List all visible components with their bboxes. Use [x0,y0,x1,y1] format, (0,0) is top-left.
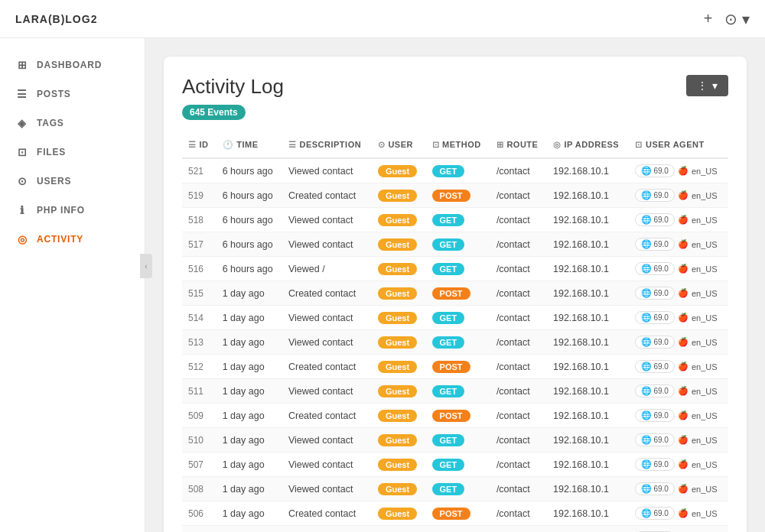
php-info-icon: ℹ [15,203,29,217]
sidebar-item-tags[interactable]: ◈ Tags [0,109,145,138]
cell-id: 512 [182,355,216,379]
user-badge: Guest [378,508,417,520]
cell-description: Created contact [282,404,372,428]
sidebar-label-files: Files [37,147,66,157]
ua-lang: en_US [692,167,718,176]
cell-description: Viewed contact [282,306,372,330]
cell-description: Viewed contact [282,477,372,501]
table-row[interactable]: 514 1 day ago Viewed contact Guest GET /… [182,306,728,330]
sidebar-collapse-button[interactable]: ‹ [140,254,152,278]
cell-route: /contact [490,453,547,477]
cell-description: Viewed contact [282,453,372,477]
cell-ua: 🌐 69.0 🍎 en_US [629,526,728,533]
apple-icon: 🍎 [678,313,688,323]
cell-time: 1 day ago [216,526,282,533]
globe-icon: 🌐 [641,190,652,200]
cell-ua: 🌐 69.0 🍎 en_US [629,208,728,232]
header-left: Activity Log 645 Events [182,75,284,120]
table-row[interactable]: 509 1 day ago Created contact Guest POST… [182,404,728,428]
method-badge: GET [432,483,465,495]
method-badge: GET [432,434,465,446]
sidebar-item-dashboard[interactable]: ⊞ Dashboard [0,50,145,79]
method-badge: GET [432,459,465,471]
apple-icon: 🍎 [678,288,688,298]
ua-version-badge: 🌐 69.0 [635,482,674,495]
ua-lang: en_US [692,436,718,445]
ua-version-badge: 🌐 69.0 [635,164,674,177]
cell-method: GET [426,477,490,501]
sidebar: ⊞ Dashboard ☰ Posts ◈ Tags ⊡ Files ⊙ Use… [0,38,145,532]
table-row[interactable]: 511 1 day ago Viewed contact Guest GET /… [182,379,728,404]
user-menu-button[interactable]: ⊙ ▾ [724,10,750,28]
cell-method: GET [426,158,490,183]
cell-user: Guest [372,232,426,257]
activity-table-wrap: ☰ID 🕐TIME ☰DESCRIPTION ⊙USER ⊡METHOD ⊞RO… [182,132,728,532]
sidebar-item-posts[interactable]: ☰ Posts [0,79,145,109]
sidebar-label-dashboard: Dashboard [37,60,102,70]
cell-user: Guest [372,330,426,355]
globe-icon: 🌐 [641,239,652,249]
cell-id: 506 [182,501,216,526]
ua-version-badge: 🌐 69.0 [635,238,674,251]
ua-version-badge: 🌐 69.0 [635,507,674,520]
method-badge: POST [432,410,470,422]
users-icon: ⊙ [15,174,29,188]
cell-time: 1 day ago [216,306,282,330]
method-badge: POST [432,508,470,520]
table-row[interactable]: 517 6 hours ago Viewed contact Guest GET… [182,232,728,257]
cell-time: 1 day ago [216,453,282,477]
table-row[interactable]: 508 1 day ago Viewed contact Guest GET /… [182,477,728,501]
add-button[interactable]: + [704,10,713,28]
cell-method: POST [426,404,490,428]
sidebar-item-files[interactable]: ⊡ Files [0,138,145,167]
user-badge: Guest [378,483,417,495]
cell-route: /contact [490,330,547,355]
ua-version-badge: 🌐 69.0 [635,409,674,422]
apple-icon: 🍎 [678,215,688,225]
sidebar-item-php-info[interactable]: ℹ PHP Info [0,196,145,225]
ua-version-badge: 🌐 69.0 [635,384,674,397]
apple-icon: 🍎 [678,190,688,200]
cell-time: 6 hours ago [216,232,282,257]
cell-id: 519 [182,183,216,208]
cell-method: POST [426,501,490,526]
ua-version-badge: 🌐 69.0 [635,458,674,471]
cell-time: 1 day ago [216,477,282,501]
table-row[interactable]: 518 6 hours ago Viewed contact Guest GET… [182,208,728,232]
table-row[interactable]: 504 1 day ago Viewed contact Guest GET /… [182,526,728,533]
cell-route: /contact [490,428,547,453]
globe-icon: 🌐 [641,459,652,469]
ua-version-badge: 🌐 69.0 [635,287,674,300]
col-ip: ◎IP ADDRESS [547,132,629,158]
cell-route: /contact [490,306,547,330]
table-row[interactable]: 516 6 hours ago Viewed / Guest GET /cont… [182,257,728,281]
table-row[interactable]: 515 1 day ago Created contact Guest POST… [182,281,728,306]
cell-ua: 🌐 69.0 🍎 en_US [629,232,728,257]
sidebar-item-activity[interactable]: ◎ Activity [0,225,145,254]
ua-lang: en_US [692,313,718,323]
table-row[interactable]: 506 1 day ago Created contact Guest POST… [182,501,728,526]
card-header: Activity Log 645 Events ⋮ ▾ [182,75,728,120]
table-row[interactable]: 512 1 day ago Created contact Guest POST… [182,355,728,379]
cell-ip: 192.168.10.1 [547,208,629,232]
user-badge: Guest [378,214,417,226]
sidebar-item-users[interactable]: ⊙ Users [0,167,145,196]
cell-user: Guest [372,526,426,533]
cell-time: 1 day ago [216,281,282,306]
method-badge: POST [432,361,470,373]
table-row[interactable]: 507 1 day ago Viewed contact Guest GET /… [182,453,728,477]
table-row[interactable]: 519 6 hours ago Created contact Guest PO… [182,183,728,208]
table-row[interactable]: 521 6 hours ago Viewed contact Guest GET… [182,158,728,183]
cell-ua: 🌐 69.0 🍎 en_US [629,501,728,526]
cell-time: 6 hours ago [216,257,282,281]
cell-ip: 192.168.10.1 [547,257,629,281]
table-row[interactable]: 513 1 day ago Viewed contact Guest GET /… [182,330,728,355]
cell-description: Created contact [282,281,372,306]
actions-button[interactable]: ⋮ ▾ [686,75,728,96]
page-title: Activity Log [182,75,284,99]
table-row[interactable]: 510 1 day ago Viewed contact Guest GET /… [182,428,728,453]
ua-version-badge: 🌐 69.0 [635,213,674,226]
col-time: 🕐TIME [216,132,282,158]
cell-description: Viewed / [282,257,372,281]
cell-route: /contact [490,183,547,208]
